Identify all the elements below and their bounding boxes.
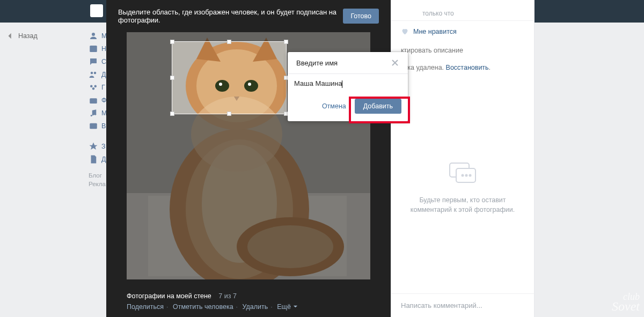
groups-icon bbox=[89, 83, 98, 92]
tag-person-link[interactable]: Отметить человека bbox=[173, 303, 233, 311]
resize-handle[interactable] bbox=[284, 40, 288, 44]
share-link[interactable]: Поделиться bbox=[127, 303, 164, 311]
svg-rect-1 bbox=[90, 46, 97, 52]
dim-overlay bbox=[127, 114, 370, 279]
resize-handle[interactable] bbox=[170, 76, 174, 80]
no-comments: Будьте первым, кто оставит комментарий к… bbox=[391, 161, 534, 215]
photo-right-pane: только что Мне нравится ктировать описан… bbox=[391, 0, 535, 317]
svg-point-0 bbox=[92, 33, 95, 36]
svg-point-4 bbox=[91, 72, 93, 75]
like-button[interactable]: Мне нравится bbox=[391, 20, 534, 42]
resize-handle[interactable] bbox=[227, 40, 231, 44]
resize-handle[interactable] bbox=[227, 112, 231, 116]
photo-counter: 7 из 7 bbox=[218, 292, 237, 300]
camera-icon bbox=[89, 95, 98, 105]
resize-handle[interactable] bbox=[170, 40, 174, 44]
more-link[interactable]: Ещё bbox=[277, 303, 298, 311]
instruction-text: Выделите область, где изображен человек,… bbox=[118, 8, 343, 24]
svg-point-6 bbox=[90, 85, 93, 88]
tag-instruction-bar: Выделите область, где изображен человек,… bbox=[106, 0, 391, 32]
svg-point-11 bbox=[91, 115, 92, 116]
done-button[interactable]: Готово bbox=[343, 9, 379, 24]
back-label: Назад bbox=[18, 32, 38, 40]
dim-overlay bbox=[127, 32, 370, 41]
svg-point-7 bbox=[94, 85, 97, 88]
popup-title: Введите имя bbox=[296, 59, 391, 67]
vk-logo[interactable] bbox=[90, 4, 103, 17]
watermark: club Sovet bbox=[612, 291, 640, 314]
heart-icon bbox=[401, 27, 409, 35]
tag-deleted-row: етка удалена. Восстановить. bbox=[391, 59, 534, 76]
cancel-button[interactable]: Отмена bbox=[319, 99, 349, 114]
friends-icon bbox=[89, 70, 98, 79]
chevron-left-icon bbox=[6, 32, 14, 40]
video-icon bbox=[89, 121, 98, 131]
name-input[interactable]: Маша Машина bbox=[294, 79, 342, 87]
add-button[interactable]: Добавить bbox=[355, 99, 401, 114]
music-icon bbox=[89, 108, 98, 118]
svg-point-5 bbox=[94, 72, 97, 75]
write-comment-input[interactable]: Написать комментарий... bbox=[391, 293, 534, 317]
dim-overlay bbox=[127, 41, 172, 114]
delete-link[interactable]: Удалить bbox=[243, 303, 268, 311]
svg-point-31 bbox=[462, 175, 464, 176]
restore-link[interactable]: Восстановить bbox=[446, 64, 489, 71]
close-icon[interactable] bbox=[391, 58, 399, 67]
svg-point-8 bbox=[92, 87, 95, 90]
album-name[interactable]: Фотографии на моей стене bbox=[127, 292, 211, 300]
edit-description[interactable]: ктировать описание bbox=[391, 42, 534, 59]
back-link[interactable]: Назад bbox=[6, 32, 38, 40]
news-icon bbox=[89, 44, 98, 54]
comments-icon bbox=[447, 161, 479, 188]
photo-viewer: Выделите область, где изображен человек,… bbox=[106, 0, 391, 317]
svg-point-33 bbox=[470, 175, 471, 176]
chat-icon bbox=[89, 57, 98, 67]
photo-time: только что bbox=[401, 10, 524, 17]
star-icon bbox=[89, 142, 98, 151]
doc-icon bbox=[89, 154, 98, 164]
svg-point-10 bbox=[92, 99, 95, 102]
svg-point-12 bbox=[94, 114, 96, 115]
chevron-down-icon bbox=[293, 304, 298, 309]
tag-crop-rect[interactable] bbox=[172, 41, 287, 114]
photo-footer: Фотографии на моей стене 7 из 7 Поделить… bbox=[127, 292, 376, 311]
user-icon bbox=[89, 31, 98, 41]
tag-name-popup: Введите имя Маша Машина Отмена Добавить bbox=[288, 52, 408, 121]
resize-handle[interactable] bbox=[170, 112, 174, 116]
svg-point-32 bbox=[466, 175, 467, 176]
